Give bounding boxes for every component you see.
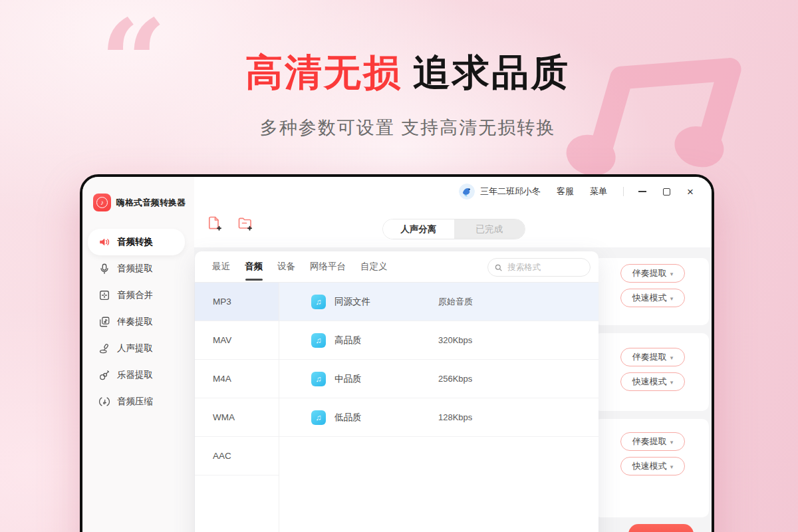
sidebar-item-label: 人声提取 — [117, 342, 153, 354]
sidebar-item-vocal-extract[interactable]: 人声提取 — [82, 335, 194, 362]
music-tile-icon: ♫ — [311, 372, 326, 386]
hero-title-main: 追求品质 — [413, 51, 570, 93]
minimize-button[interactable] — [637, 186, 648, 197]
quality-name: 高品质 — [334, 334, 438, 346]
quality-detail: 128Kbps — [438, 412, 472, 422]
sidebar-item-audio-extract[interactable]: 音频提取 — [82, 255, 194, 282]
format-option-mav[interactable]: MAV — [195, 321, 279, 360]
compress-icon — [98, 396, 110, 408]
segment-completed[interactable]: 已完成 — [454, 219, 525, 239]
marketing-screenshot: “ 高清无损追求品质 多种参数可设置 支持高清无损转换 ♪ 嗨格式音频转换器 — [0, 0, 798, 532]
sidebar-menu: 音频转换 音频提取 音频合并 — [82, 229, 194, 415]
sidebar: ♪ 嗨格式音频转换器 音频转换 音频提取 — [82, 177, 194, 532]
quality-row-high[interactable]: ♫ 高品质 320Kbps — [279, 321, 598, 360]
titlebar: 三年二班邱小冬 客服 菜单 × — [194, 177, 712, 206]
main-content: 人声分离 已完成 伴奏提取▾ 快速模式▾ 伴奏提取▾ 快速模式▾ 伴奏提取▾ — [194, 206, 712, 532]
maximize-icon — [663, 188, 670, 196]
format-option-wma[interactable]: WMA — [195, 398, 279, 437]
format-column: MP3 MAV M4A WMA AAC — [195, 283, 279, 532]
fast-mode-dropdown[interactable]: 快速模式▾ — [620, 372, 685, 391]
microphone-icon — [98, 263, 110, 275]
guitar-icon — [98, 369, 110, 381]
titlebar-divider — [623, 187, 624, 196]
sidebar-item-accompaniment-extract[interactable]: 伴奏提取 — [82, 309, 194, 335]
sidebar-item-audio-compress[interactable]: 音频压缩 — [82, 388, 194, 415]
music-tile-icon: ♫ — [311, 333, 326, 348]
format-popup-body: MP3 MAV M4A WMA AAC ♫ 同源文件 原始音质 ♫ — [195, 283, 598, 532]
accompaniment-extract-dropdown[interactable]: 伴奏提取▾ — [620, 348, 685, 366]
format-option-aac[interactable]: AAC — [195, 437, 279, 475]
quality-column: ♫ 同源文件 原始音质 ♫ 高品质 320Kbps ♫ 中品质 256K — [279, 283, 598, 532]
music-tile-icon: ♫ — [311, 410, 326, 425]
support-link[interactable]: 客服 — [557, 186, 574, 198]
quality-name: 中品质 — [334, 373, 438, 385]
chevron-down-icon: ▾ — [670, 439, 674, 446]
convert-button[interactable] — [628, 524, 694, 532]
sidebar-item-label: 乐器提取 — [117, 369, 153, 381]
format-selector-popup: 最近 音频 设备 网络平台 自定义 MP3 MAV M4A WMA — [195, 251, 598, 532]
chevron-down-icon: ▾ — [670, 354, 674, 361]
sidebar-item-label: 音频提取 — [117, 263, 153, 275]
app-name: 嗨格式音频转换器 — [116, 197, 186, 209]
chevron-down-icon: ▾ — [670, 295, 674, 302]
search-icon — [495, 263, 502, 272]
mode-segmented-control: 人声分离 已完成 — [382, 219, 525, 239]
fast-mode-dropdown[interactable]: 快速模式▾ — [620, 457, 685, 475]
menu-link[interactable]: 菜单 — [590, 186, 607, 198]
maximize-button[interactable] — [661, 186, 672, 197]
username: 三年二班邱小冬 — [480, 186, 541, 198]
tab-web-platform[interactable]: 网络平台 — [310, 251, 346, 283]
chevron-down-icon: ▾ — [670, 271, 674, 277]
chevron-down-icon: ▾ — [670, 379, 674, 386]
logo-note-icon: ♪ — [96, 197, 108, 208]
accompaniment-extract-dropdown[interactable]: 伴奏提取▾ — [620, 264, 685, 283]
sidebar-item-label: 音频转换 — [117, 236, 153, 248]
tab-custom[interactable]: 自定义 — [360, 251, 388, 283]
add-file-button[interactable] — [206, 215, 223, 232]
hero-title-accent: 高清无损 — [245, 51, 402, 93]
quality-detail: 原始音质 — [438, 296, 473, 308]
search-input[interactable] — [506, 262, 583, 273]
app-logo-icon: ♪ — [93, 194, 111, 211]
sidebar-item-audio-merge[interactable]: 音频合并 — [82, 282, 194, 309]
sidebar-item-label: 音频压缩 — [117, 396, 153, 408]
tab-audio[interactable]: 音频 — [245, 251, 263, 283]
sidebar-item-instrument-extract[interactable]: 乐器提取 — [82, 362, 194, 388]
quality-name: 同源文件 — [334, 296, 438, 308]
format-tabs: 最近 音频 设备 网络平台 自定义 — [195, 251, 598, 283]
user-avatar[interactable] — [459, 184, 475, 200]
accompaniment-extract-dropdown[interactable]: 伴奏提取▾ — [620, 432, 685, 451]
quality-row-medium[interactable]: ♫ 中品质 256Kbps — [279, 360, 598, 398]
task-card: 伴奏提取▾ 快速模式▾ — [594, 258, 709, 325]
speaker-icon — [98, 236, 110, 248]
quote-mark-icon: “ — [100, 4, 167, 120]
accompaniment-icon — [98, 316, 110, 328]
format-option-m4a[interactable]: M4A — [195, 360, 279, 398]
close-button[interactable]: × — [685, 186, 696, 197]
sidebar-item-label: 音频合并 — [117, 289, 153, 301]
format-option-mp3[interactable]: MP3 — [195, 283, 279, 321]
quality-detail: 256Kbps — [438, 374, 472, 384]
quality-row-low[interactable]: ♫ 低品质 128Kbps — [279, 398, 598, 437]
task-card: 伴奏提取▾ 快速模式▾ — [594, 333, 709, 411]
app-brand: ♪ 嗨格式音频转换器 — [93, 194, 186, 211]
merge-icon — [98, 289, 110, 301]
vocal-icon — [98, 342, 110, 354]
minimize-icon — [638, 191, 646, 192]
sidebar-item-audio-convert[interactable]: 音频转换 — [88, 229, 185, 255]
sidebar-item-label: 伴奏提取 — [117, 316, 153, 328]
task-card: 伴奏提取▾ 快速模式▾ — [594, 419, 709, 517]
fast-mode-dropdown[interactable]: 快速模式▾ — [620, 289, 685, 307]
tab-recent[interactable]: 最近 — [212, 251, 230, 283]
add-folder-button[interactable] — [237, 215, 254, 232]
chevron-down-icon: ▾ — [670, 464, 674, 470]
quality-name: 低品质 — [334, 412, 438, 424]
quality-detail: 320Kbps — [438, 335, 472, 345]
music-tile-icon: ♫ — [311, 295, 326, 309]
segment-vocal-separation[interactable]: 人声分离 — [383, 219, 454, 239]
tab-device[interactable]: 设备 — [277, 251, 295, 283]
format-search[interactable] — [487, 258, 591, 277]
quality-row-source[interactable]: ♫ 同源文件 原始音质 — [279, 283, 598, 321]
app-window: ♪ 嗨格式音频转换器 音频转换 音频提取 — [80, 174, 714, 532]
